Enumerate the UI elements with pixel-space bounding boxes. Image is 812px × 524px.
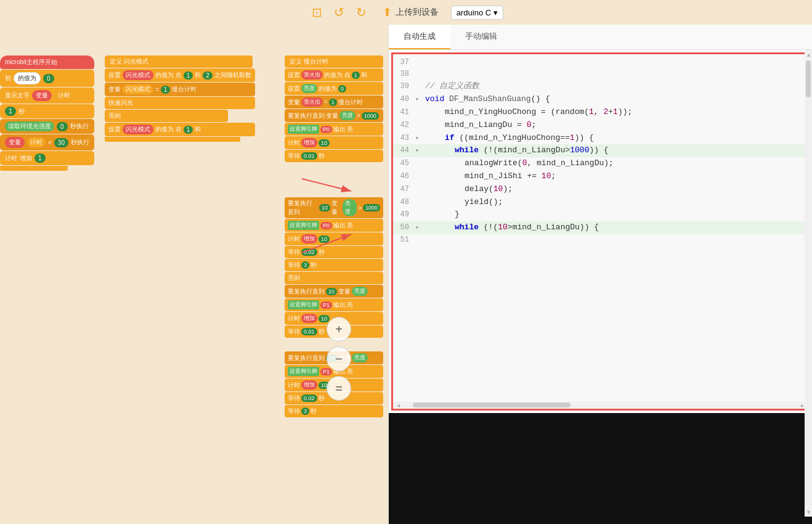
block-timer-cond[interactable]: 变量 计时 < 30 秒执行: [0, 134, 94, 150]
code-line-50: 50 ▾ while (!(10>mind_n_LiangDu)) {: [393, 221, 808, 234]
main-layout: microbit主程序开始 初 的值为 0 显示文字 变量 计时 1 秒 读取环…: [0, 25, 812, 524]
block-group-2: 定义 闪光模式 设置 闪光模式 的值为 在 1 和 2 之间随机取数 变量 闪光…: [105, 55, 255, 142]
code-line-38: 38: [393, 68, 808, 80]
code-line-49: 49 }: [393, 208, 808, 221]
dropdown-arrow-icon: ▾: [493, 8, 498, 17]
upload-icon: ⬆: [383, 6, 392, 19]
tab-auto[interactable]: 自动生成: [389, 25, 450, 49]
block-end2: [105, 137, 240, 142]
block-timer-inc[interactable]: 计时 增加 1: [0, 151, 94, 165]
code-line-48: 48 yield();: [393, 196, 808, 209]
block-set-pin0[interactable]: 设置脚引脚 P0 输出 亮: [285, 123, 383, 136]
zoom-in-button[interactable]: +: [327, 317, 351, 342]
zoom-reset-button[interactable]: =: [327, 376, 351, 401]
toolbar: ⊡ ↺ ↻ ⬆ 上传到设备 arduino C ▾: [0, 0, 812, 25]
block-init[interactable]: 初 的值为 0: [0, 70, 94, 87]
code-line-42: 42 mind_n_LiangDu = 0;: [393, 119, 808, 132]
code-scrollbar-h-thumb[interactable]: [413, 403, 570, 407]
upload-label: 上传到设备: [396, 7, 439, 18]
scroll-up-arrow[interactable]: ▴: [807, 52, 810, 58]
device-select[interactable]: arduino C ▾: [451, 6, 503, 20]
block-else[interactable]: 否则: [105, 110, 228, 122]
block-set-firefly[interactable]: 设置 萤火虫 的值为 在 1 和: [285, 68, 383, 81]
block-timer-10-2[interactable]: 计时 增加 10: [285, 232, 383, 245]
undo-icon[interactable]: ↺: [331, 4, 348, 21]
block-read-sensor[interactable]: 读取环境光强度 0 秒执行: [0, 119, 94, 134]
block-pin0-2[interactable]: 设置脚引脚 P0 输出 亮: [285, 219, 383, 232]
device-label: arduino C: [457, 8, 491, 17]
block-wait-002[interactable]: 等待 0.02 秒: [285, 246, 383, 258]
code-line-40: 40 ▾ void DF_ManSuShanGuang() {: [393, 93, 808, 106]
code-line-51: 51: [393, 234, 808, 246]
block-if-firefly[interactable]: 变量 萤火虫 = 1 慢台计时: [285, 96, 383, 108]
code-scrollbar-v-thumb[interactable]: [806, 60, 810, 97]
code-editor[interactable]: 37 38 39 // 自定义函数: [393, 54, 808, 401]
block-else2[interactable]: 否则: [285, 272, 383, 284]
block-fast-flash[interactable]: 快速闪光: [105, 97, 255, 109]
blocks-area: microbit主程序开始 初 的值为 0 显示文字 变量 计时 1 秒 读取环…: [0, 25, 388, 524]
code-panel: 自动生成 手动编辑 37 38: [388, 25, 812, 524]
crop-icon[interactable]: ⊡: [309, 4, 326, 21]
block-1sec[interactable]: 1 秒: [0, 104, 94, 118]
block-repeat2[interactable]: 重复执行直到 10 变量 亮度 > 1000: [285, 197, 383, 218]
block-repeat-until[interactable]: 重复执行直到 变量 亮度 > 1000: [285, 109, 383, 122]
block-wait-3[interactable]: 等待 3 秒: [285, 259, 383, 271]
code-line-43: 43 ▾ if ((mind_n_YingHuoChong==1)) {: [393, 132, 808, 145]
block-group-1: microbit主程序开始 初 的值为 0 显示文字 变量 计时 1 秒 读取环…: [0, 55, 94, 171]
block-set-random[interactable]: 设置 闪光模式 的值为 在 1 和 2 之间随机取数: [105, 68, 255, 82]
block-if-flash[interactable]: 变量 闪光模式 = 1 慢台计时: [105, 83, 255, 96]
tab-manual[interactable]: 手动编辑: [450, 25, 512, 49]
code-editor-wrapper: 37 38 39 // 自定义函数: [389, 50, 812, 524]
code-editor-highlight: 37 38 39 // 自定义函数: [391, 52, 810, 411]
block-pin1[interactable]: 设置脚引脚 P1 输出 亮: [285, 298, 383, 311]
toolbar-icons: ⊡ ↺ ↻: [309, 4, 370, 21]
code-line-46: 46 mind_n_JiShi += 10;: [393, 170, 808, 183]
code-tabs: 自动生成 手动编辑: [389, 25, 812, 50]
block-show-text[interactable]: 显示文字 变量 计时: [0, 88, 94, 104]
scroll-left-arrow[interactable]: ◂: [397, 402, 400, 409]
block-wait-3-2[interactable]: 等待 3 秒: [285, 405, 383, 417]
code-line-45: 45 analogWrite(0, mind_n_LiangDu);: [393, 157, 808, 170]
block-define-flash[interactable]: 定义 闪光模式: [105, 55, 253, 68]
code-line-41: 41 mind_n_YingHuoChong = (random(1, 2+1)…: [393, 106, 808, 119]
code-line-39: 39 // 自定义函数: [393, 80, 808, 93]
block-set-brightness[interactable]: 设置 亮度 的值为 0: [285, 82, 383, 95]
block-timer-10[interactable]: 计时 增加 10: [285, 136, 383, 149]
block-set-random2[interactable]: 设置 闪光模式 的值为 在 1 和: [105, 123, 255, 136]
scroll-right-arrow[interactable]: ▸: [801, 402, 804, 409]
upload-button[interactable]: ⬆ 上传到设备: [378, 3, 444, 22]
code-line-37: 37: [393, 57, 808, 68]
svg-line-2: [302, 179, 351, 191]
block-end-cap: [0, 166, 68, 171]
terminal-area: [389, 413, 812, 524]
block-start[interactable]: microbit主程序开始: [0, 55, 94, 69]
block-wait-001[interactable]: 等待 0.01 秒: [285, 150, 383, 162]
code-line-47: 47 delay(10);: [393, 183, 808, 196]
zoom-out-button[interactable]: −: [327, 346, 351, 371]
block-repeat-p1[interactable]: 重复执行直到 10 变量 亮度: [285, 285, 383, 298]
zoom-controls: + − =: [327, 317, 351, 401]
code-line-44: 44 ▾ while (!(mind_n_LiangDu>1000)) {: [393, 144, 808, 157]
block-group-3: 定义 慢台计时 设置 萤火虫 的值为 在 1 和 设置 亮度 的值为 0 变量 …: [285, 55, 383, 163]
block-define-slow[interactable]: 定义 慢台计时: [285, 55, 383, 68]
code-scrollbar-h-track: ◂ ▸: [393, 401, 808, 409]
redo-icon[interactable]: ↻: [353, 4, 370, 21]
code-scrollbar-v-track: ▴ ▾: [805, 52, 810, 411]
